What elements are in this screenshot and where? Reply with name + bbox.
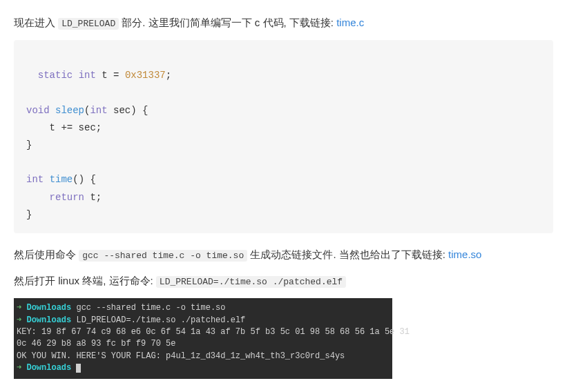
terminal-line: 0c 46 29 b8 a8 93 fc bf f9 70 5e [17, 339, 175, 349]
code-token: static [38, 70, 73, 81]
paragraph-gcc: 然后使用命令 gcc --shared time.c -o time.so 生成… [14, 246, 553, 264]
code-token: } [26, 209, 32, 220]
code-token: () { [73, 174, 96, 185]
terminal-line: gcc --shared time.c -o time.so [71, 303, 225, 313]
code-token: ; [166, 70, 171, 81]
text: 现在进入 [14, 17, 58, 28]
inline-code-gcc: gcc --shared time.c -o time.so [79, 250, 247, 262]
copy-icon [517, 40, 553, 79]
code-token: 0x31337 [125, 70, 166, 81]
code-token: sleep [55, 105, 84, 116]
paragraph-run: 然后打开 linux 终端, 运行命令: LD_PRELOAD=./time.s… [14, 272, 553, 290]
link-time-so[interactable]: time.so [448, 248, 481, 260]
paragraph-intro: 现在进入 LD_PRELOAD 部分. 这里我们简单编写一下 c 代码, 下载链… [14, 14, 553, 32]
prompt-arrow: ➜ [17, 363, 26, 373]
text: 部分. 这里我们简单编写一下 c 代码, 下载链接: [119, 17, 336, 28]
terminal-output: ➜ Downloads gcc --shared time.c -o time.… [14, 298, 392, 378]
terminal-cursor [76, 364, 81, 373]
code-block-c: static int t = 0x31337; void sleep(int s… [14, 40, 553, 233]
code-token: } [26, 139, 32, 150]
inline-code-run: LD_PRELOAD=./time.so ./patched.elf [156, 276, 346, 288]
inline-code-ldpreload: LD_PRELOAD [58, 18, 119, 30]
code-token: int [26, 174, 44, 185]
text: 然后打开 linux 终端, 运行命令: [14, 275, 156, 286]
prompt-cwd: Downloads [26, 303, 71, 313]
prompt-arrow: ➜ [17, 315, 26, 325]
code-token: void [26, 105, 50, 116]
code-token: sec) { [108, 105, 148, 116]
terminal-line: KEY: 19 8f 67 74 c9 68 e6 0c 6f 54 1a 43… [17, 327, 410, 337]
code-token: return [50, 192, 84, 203]
code-token: time [50, 174, 73, 185]
code-token: t; [84, 192, 102, 203]
copy-button[interactable] [532, 46, 548, 61]
link-time-c[interactable]: time.c [336, 17, 364, 28]
text: 生成动态链接文件. 当然也给出了下载链接: [247, 248, 448, 260]
prompt-arrow: ➜ [17, 303, 26, 313]
code-token: int [90, 105, 107, 116]
prompt-cwd: Downloads [26, 315, 71, 325]
code-token: int [79, 70, 96, 81]
text: 然后使用命令 [14, 248, 79, 260]
terminal-line: LD_PRELOAD=./time.so ./patched.elf [71, 315, 245, 325]
code-token: t += sec; [26, 122, 102, 133]
terminal-line: OK YOU WIN. HERE'S YOUR FLAG: p4ul_1z_d3… [17, 351, 345, 361]
prompt-cwd: Downloads [26, 363, 71, 373]
code-token: t = [96, 70, 125, 81]
